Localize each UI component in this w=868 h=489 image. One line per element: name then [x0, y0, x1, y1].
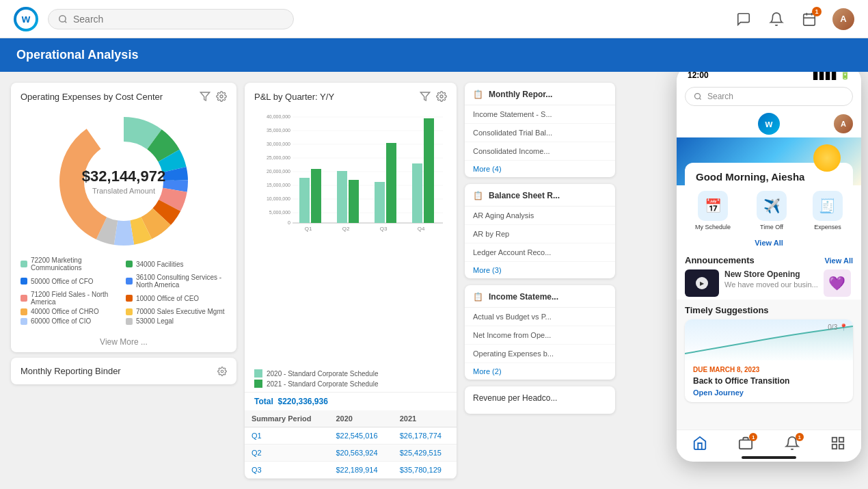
bar-chart-svg: 40,000,000 35,000,000 30,000,000 25,000,…	[254, 111, 447, 235]
announcement-title: New Store Opening	[724, 269, 818, 279]
quick-action-timeoff[interactable]: ✈️ Time Off	[757, 191, 787, 230]
announcements-view-all[interactable]: View All	[824, 256, 853, 265]
settings-icon2[interactable]	[436, 91, 447, 102]
mobile-workday-logo[interactable]: w	[758, 113, 780, 135]
bell-icon[interactable]	[767, 10, 786, 29]
table-row: Q2 $20,563,924 $25,429,515	[245, 445, 457, 462]
monthly-binder-card: Monthly Reporting Binder	[11, 358, 236, 384]
announcements-title: Announcements	[685, 255, 755, 265]
more-link-balance[interactable]: More (3)	[465, 262, 615, 278]
col-2021: 2021	[393, 410, 457, 427]
report-item[interactable]: Net Income from Ope...	[465, 326, 615, 345]
bar-chart-area: 40,000,000 35,000,000 30,000,000 25,000,…	[245, 106, 457, 365]
mobile-search-placeholder: Search	[707, 92, 733, 101]
timely-due: DUE MARCH 8, 2023	[693, 366, 845, 373]
timeoff-icon: ✈️	[757, 191, 787, 221]
more-link-income[interactable]: More (2)	[465, 363, 615, 380]
svg-text:Q3: Q3	[380, 226, 388, 232]
period-q1[interactable]: Q1	[245, 427, 329, 445]
val-q3-2020: $22,189,914	[329, 462, 392, 479]
view-all-link[interactable]: View All	[677, 236, 861, 250]
timely-chart: 0/3 📍	[685, 319, 853, 360]
legend-2021-label: 2021 - Standard Corporate Schedule	[267, 380, 378, 388]
period-q3[interactable]: Q3	[245, 462, 329, 479]
svg-text:35,000,000: 35,000,000	[267, 128, 290, 133]
svg-point-0	[59, 15, 66, 21]
report-section-income: 📋 Income Stateme... Actual vs Budget vs …	[465, 285, 615, 380]
legend-2021-dot	[254, 380, 262, 388]
legend-item: 70000 Sales Executive Mgmt	[126, 308, 227, 315]
announcement-video-thumb[interactable]: ▶	[685, 269, 719, 297]
timeoff-label: Time Off	[760, 224, 783, 230]
timely-content: DUE MARCH 8, 2023 Back to Office Transit…	[685, 360, 853, 402]
report-item[interactable]: Ledger Account Reco...	[465, 243, 615, 262]
svg-point-21	[221, 370, 223, 373]
summary-table: Summary Period 2020 2021 Q1 $22,545,016 …	[245, 410, 457, 479]
timely-header: Timely Suggestions	[685, 305, 853, 315]
timely-badge: 0/3 📍	[828, 323, 847, 331]
legend-item: 50000 Office of CFO	[21, 274, 122, 289]
announcement-thumb2: 💜	[824, 269, 851, 297]
timely-link[interactable]: Open Journey	[693, 388, 845, 397]
report-section-monthly-title: Monthly Repor...	[489, 90, 552, 99]
logo-letter: w	[22, 14, 30, 25]
schedule-icon: 📅	[698, 191, 728, 221]
user-avatar[interactable]: A	[832, 8, 854, 30]
svg-rect-44	[337, 171, 347, 223]
legend-item: 72200 Marketing Communications	[21, 256, 122, 272]
bar-chart-card: P&L by Quarter: Y/Y 40,000,000 35,000,00…	[245, 83, 457, 479]
svg-rect-46	[375, 182, 385, 223]
more-link-monthly[interactable]: More (4)	[465, 161, 615, 177]
bell-bottom-badge: 1	[796, 433, 804, 441]
bottom-nav-bell[interactable]: 1	[785, 436, 800, 451]
legend-item: 34000 Facilities	[126, 256, 227, 272]
filter-icon[interactable]	[200, 91, 211, 102]
report-item[interactable]: Consolidated Income...	[465, 142, 615, 161]
mobile-search-bar[interactable]: Search	[685, 87, 853, 106]
binder-settings-icon[interactable]	[217, 367, 227, 376]
report-item[interactable]: AR by Rep	[465, 225, 615, 243]
play-button[interactable]: ▶	[696, 277, 708, 289]
report-item[interactable]: Consolidated Trial Bal...	[465, 124, 615, 142]
bar-chart-title: P&L by Quarter: Y/Y	[254, 92, 334, 102]
search-input[interactable]: Search	[73, 14, 284, 25]
quick-action-expenses[interactable]: 🧾 Expenses	[813, 191, 843, 230]
svg-point-7	[220, 95, 223, 98]
mobile-user-avatar[interactable]: A	[834, 114, 853, 133]
report-item[interactable]: Actual vs Budget vs P...	[465, 308, 615, 326]
legend-item: 36100 Consulting Services - North Americ…	[126, 274, 227, 289]
report-item[interactable]: Income Statement - S...	[465, 105, 615, 124]
search-bar[interactable]: Search	[48, 9, 294, 29]
quick-action-schedule[interactable]: 📅 My Schedule	[695, 191, 731, 230]
left-column: Operating Expenses by Cost Center	[11, 83, 236, 479]
svg-rect-60	[839, 445, 843, 449]
svg-text:40,000,000: 40,000,000	[267, 114, 290, 119]
period-q2[interactable]: Q2	[245, 445, 329, 462]
svg-text:Q1: Q1	[305, 226, 312, 232]
chat-icon[interactable]	[734, 10, 753, 29]
report-item[interactable]: Operating Expenses b...	[465, 345, 615, 363]
svg-text:5,000,000: 5,000,000	[269, 210, 290, 215]
bottom-nav-grid[interactable]	[830, 436, 845, 451]
chart-total: Total $220,336,936	[245, 392, 457, 410]
svg-text:20,000,000: 20,000,000	[267, 169, 290, 174]
legend-2020-label: 2020 - Standard Corporate Schedule	[267, 370, 378, 378]
legend-item: 71200 Field Sales - North America	[21, 291, 122, 306]
legend-2021: 2021 - Standard Corporate Schedule	[254, 380, 447, 388]
bottom-nav-home[interactable]	[692, 436, 707, 451]
report-item[interactable]: AR Aging Analysis	[465, 207, 615, 225]
view-more-link[interactable]: View More ...	[11, 332, 236, 352]
report-icon-balance: 📋	[473, 191, 483, 200]
workday-logo[interactable]: w	[14, 7, 38, 31]
mobile-signal: ▋▋▋▋ 🔋	[813, 72, 850, 80]
svg-text:Q2: Q2	[342, 226, 350, 232]
total-value[interactable]: $220,336,936	[277, 397, 327, 406]
col-2020: 2020	[329, 410, 392, 427]
val-q1-2021: $26,178,774	[393, 427, 457, 445]
bottom-nav-briefcase[interactable]: 1	[738, 436, 753, 451]
settings-icon[interactable]	[216, 91, 227, 102]
calendar-icon[interactable]: 1	[800, 10, 819, 29]
report-section-balance: 📋 Balance Sheet R... AR Aging Analysis A…	[465, 184, 615, 278]
donut-card-header: Operating Expenses by Cost Center	[11, 83, 236, 106]
filter-icon2[interactable]	[420, 91, 431, 102]
